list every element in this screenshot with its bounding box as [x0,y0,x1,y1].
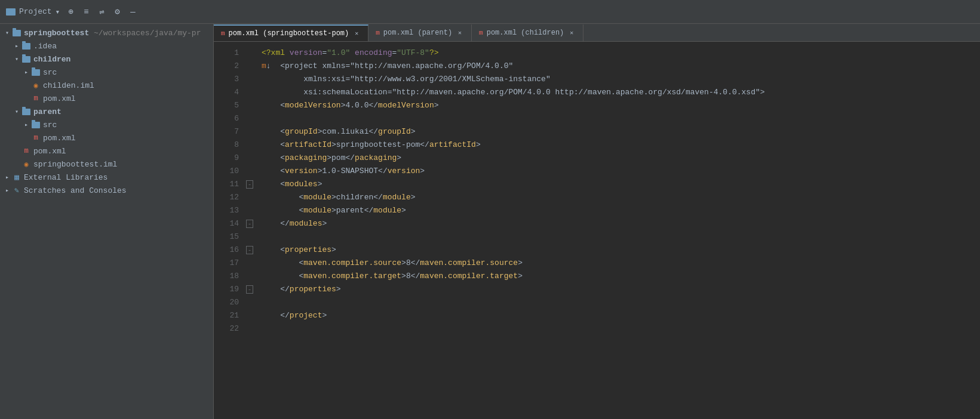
code-content[interactable]: <?xml version="1.0" encoding="UTF-8"?>m↓… [256,42,980,419]
root-pom-label: pom.xml [33,147,66,156]
sidebar-item-scratches[interactable]: ✎ Scratches and Consoles [0,184,213,197]
root-folder-icon [12,28,21,38]
parent-src-icon [31,120,41,130]
fold-marker-13 [244,204,256,217]
line-number-22: 22 [220,322,239,335]
fold-marker-6 [244,112,256,125]
line-number-1: 1 [220,47,239,60]
fold-marker-7 [244,125,256,138]
tab2-close[interactable]: ✕ [456,29,464,37]
line-number-2: 2 [220,60,239,73]
fold-marker-5 [244,99,256,112]
sidebar-item-children-iml[interactable]: ◉ childen.iml [0,79,213,92]
tab2-label: pom.xml (parent) [383,29,452,37]
sidebar-item-root-iml[interactable]: ◉ springboottest.iml [0,158,213,171]
line-number-14: 14 [220,217,239,230]
children-iml-label: childen.iml [43,81,94,90]
fold-marker-17 [244,257,256,270]
line-number-16: 16 [220,244,239,257]
tab-children[interactable]: m pom.xml (children) ✕ [472,24,583,41]
fold-marker-4 [244,86,256,99]
sidebar-item-idea[interactable]: .idea [0,39,213,53]
editor-area: m pom.xml (springboottest-pom) ✕ m pom.x… [214,24,980,419]
children-pom-label: pom.xml [43,94,76,103]
line-number-3: 3 [220,73,239,86]
sidebar-item-parent-pom[interactable]: m pom.xml [0,131,213,144]
sidebar-item-children-pom[interactable]: m pom.xml [0,92,213,105]
code-line-5: <modelVersion>4.0.0</modelVersion> [262,99,974,112]
line-number-5: 5 [220,99,239,112]
fold-marker-19[interactable]: - [244,283,256,296]
code-line-1: <?xml version="1.0" encoding="UTF-8"?> [262,47,974,60]
tab3-close[interactable]: ✕ [567,29,576,37]
line-number-8: 8 [220,138,239,152]
line-number-11: 11 [220,178,239,191]
sidebar-item-external-libs[interactable]: ▦ External Libraries [0,171,213,184]
project-sidebar: springboottest ~/workspaces/java/my-pr .… [0,24,214,419]
code-line-20 [262,296,974,309]
tab3-label: pom.xml (children) [487,29,564,37]
line-number-4: 4 [220,86,239,99]
tab1-label: pom.xml (springboottest-pom) [229,29,349,38]
code-line-17: <maven.compiler.source>8</maven.compiler… [262,257,974,270]
scratches-icon: ✎ [12,186,21,195]
line-number-20: 20 [220,296,239,309]
line-number-6: 6 [220,112,239,125]
tab-parent[interactable]: m pom.xml (parent) ✕ [368,24,472,41]
code-line-18: <maven.compiler.target>8</maven.compiler… [262,270,974,283]
fold-marker-14[interactable]: - [244,217,256,230]
line-number-17: 17 [220,257,239,270]
tab-springboottest-pom[interactable]: m pom.xml (springboottest-pom) ✕ [214,24,368,41]
tab2-icon: m [376,29,380,36]
code-line-6 [262,112,974,125]
sort-icon[interactable]: ⇌ [97,7,106,17]
fold-gutter: ---- [244,42,256,419]
project-dropdown[interactable]: Project ▾ [6,7,60,17]
ext-libs-icon: ▦ [12,172,21,182]
minimize-icon[interactable]: — [128,7,137,17]
ext-libs-arrow [2,172,12,182]
fold-marker-11[interactable]: - [244,178,256,191]
fold-marker-16[interactable]: - [244,244,256,257]
line-number-13: 13 [220,204,239,217]
main-layout: springboottest ~/workspaces/java/my-pr .… [0,24,980,419]
code-editor[interactable]: 12345678910111213141516171819202122 ----… [214,42,980,419]
settings-icon[interactable]: ⚙ [112,7,122,17]
idea-arrow [12,41,21,51]
code-line-19: </properties> [262,283,974,296]
sidebar-item-root-pom[interactable]: m pom.xml [0,144,213,158]
code-line-12: <module>children</module> [262,191,974,204]
title-bar: Project ▾ ⊕ ≡ ⇌ ⚙ — [0,0,980,24]
code-line-21: </project> [262,309,974,322]
children-src-icon [31,67,41,77]
line-number-12: 12 [220,191,239,204]
children-src-arrow [21,67,31,77]
code-line-15 [262,230,974,244]
code-line-8: <artifactId>springboottest-pom</artifact… [262,138,974,152]
sidebar-item-children-src[interactable]: src [0,66,213,79]
fold-marker-3 [244,73,256,86]
line-numbers: 12345678910111213141516171819202122 [214,42,244,419]
tab-bar: m pom.xml (springboottest-pom) ✕ m pom.x… [214,24,980,42]
parent-pom-icon: m [31,133,41,143]
fold-marker-20 [244,296,256,309]
line-number-9: 9 [220,152,239,165]
root-arrow [2,28,12,38]
code-line-7: <groupId>com.liukai</groupId> [262,125,974,138]
add-icon[interactable]: ⊕ [66,7,75,17]
sidebar-item-children[interactable]: children [0,53,213,66]
tab1-icon: m [221,30,225,37]
code-line-22 [262,322,974,335]
sidebar-item-root[interactable]: springboottest ~/workspaces/java/my-pr [0,26,213,39]
tab3-icon: m [479,29,483,36]
fold-marker-2 [244,60,256,73]
code-line-14: </modules> [262,217,974,230]
parent-src-label: src [43,121,57,130]
tab1-close[interactable]: ✕ [352,29,361,38]
sidebar-item-parent-src[interactable]: src [0,118,213,131]
list-icon[interactable]: ≡ [81,7,91,17]
sidebar-item-parent[interactable]: parent [0,105,213,118]
parent-label: parent [33,107,62,116]
root-pom-icon: m [21,146,31,156]
project-label: Project [19,7,52,16]
